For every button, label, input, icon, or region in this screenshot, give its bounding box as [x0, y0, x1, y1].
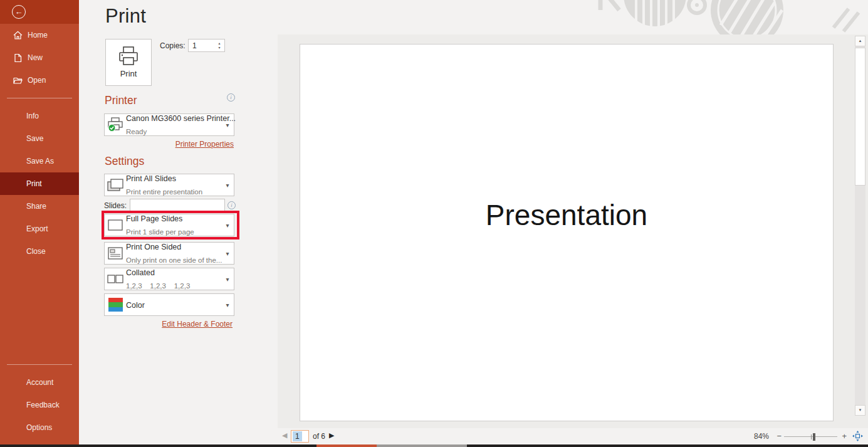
sidebar-spacer — [0, 263, 79, 358]
dropdown-subtitle: Print 1 slide per page — [126, 228, 194, 236]
sidebar-item-feedback[interactable]: Feedback — [0, 394, 79, 416]
page-number-input[interactable]: 1 — [291, 430, 309, 443]
copies-spinner: ▴ ▾ — [214, 39, 224, 51]
sidebar-item-close[interactable]: Close — [0, 240, 79, 263]
sidebar-item-info[interactable]: Info — [0, 105, 79, 127]
print-button[interactable]: Print — [105, 39, 152, 86]
page-title: Print — [105, 5, 146, 28]
edit-header-footer-link[interactable]: Edit Header & Footer — [162, 320, 233, 329]
chevron-down-icon: ▾ — [221, 222, 234, 229]
sidebar-item-open[interactable]: Open — [0, 69, 79, 92]
sidebar-item-label: Save — [26, 134, 43, 143]
sidebar-item-label: Close — [26, 247, 46, 256]
preview-scrollbar[interactable]: ▲ ▼ — [855, 36, 865, 416]
page-total-label: of 6 — [313, 432, 325, 441]
spin-up-icon[interactable]: ▴ — [218, 41, 220, 46]
dropdown-title: Collated — [126, 268, 155, 277]
sidebar-divider — [7, 98, 72, 98]
sidebar-item-home[interactable]: Home — [0, 24, 79, 46]
slides-range-input[interactable] — [130, 199, 225, 213]
chevron-down-icon: ▾ — [221, 182, 234, 189]
sidebar-item-print[interactable]: Print — [0, 172, 79, 195]
backstage-decoration — [589, 0, 868, 36]
slides-label: Slides: — [104, 201, 127, 210]
new-document-icon — [13, 53, 23, 63]
taskbar-gray-segment — [377, 444, 467, 447]
sidebar-item-save-as[interactable]: Save As — [0, 150, 79, 172]
full-page-slides-icon — [107, 219, 124, 231]
copies-stepper[interactable]: 1 ▴ ▾ — [188, 39, 225, 52]
printer-dropdown[interactable]: Canon MG3600 series Printer... Ready ▾ — [104, 113, 234, 136]
sidebar-item-label: Account — [26, 378, 53, 387]
printer-name: Canon MG3600 series Printer... — [126, 114, 236, 123]
copies-label: Copies: — [160, 41, 186, 50]
backstage-sidebar: ← Home New Open Info Save Save — [0, 0, 79, 447]
collation-dropdown[interactable]: Collated 1,2,3 1,2,3 1,2,3 ▾ — [104, 268, 234, 290]
sidebar-item-label: Print — [26, 179, 42, 188]
sidebar-item-label: Info — [26, 112, 39, 120]
sidebar-item-account[interactable]: Account — [0, 371, 79, 394]
home-icon — [13, 31, 23, 40]
print-button-label: Print — [120, 69, 137, 78]
collated-icon — [107, 273, 124, 285]
color-mode-dropdown[interactable]: Color ▾ — [104, 293, 234, 316]
spin-down-icon[interactable]: ▾ — [218, 46, 220, 50]
sidebar-item-label: Home — [28, 31, 48, 39]
printer-status: Ready — [126, 128, 147, 135]
dropdown-subtitle: Print entire presentation — [126, 188, 202, 196]
print-layout-dropdown[interactable]: Full Page Slides Print 1 slide per page … — [104, 214, 234, 236]
printer-device-icon — [107, 117, 124, 132]
dropdown-subtitle: 1,2,3 1,2,3 1,2,3 — [126, 282, 190, 290]
back-arrow-icon: ← — [15, 7, 23, 16]
copies-value: 1 — [189, 39, 214, 51]
previous-page-icon[interactable]: ◀ — [282, 431, 287, 439]
sidebar-top-band: ← — [0, 0, 79, 24]
zoom-to-fit-icon[interactable] — [852, 431, 863, 441]
color-swatch-icon — [108, 298, 123, 312]
print-sides-dropdown[interactable]: Print One Sided Only print on one side o… — [104, 242, 234, 265]
printer-properties-link[interactable]: Printer Properties — [175, 140, 234, 149]
scrollbar-thumb[interactable] — [855, 48, 865, 186]
dropdown-title: Print All Slides — [126, 174, 176, 183]
zoom-in-button[interactable]: + — [842, 431, 847, 441]
zoom-out-button[interactable]: − — [776, 431, 782, 441]
slide-title-text: Presentation — [300, 198, 833, 232]
dropdown-title: Color — [126, 301, 145, 310]
slide-preview: Presentation — [300, 44, 834, 421]
sidebar-item-label: Save As — [26, 157, 54, 166]
zoom-level-label: 84% — [754, 432, 769, 441]
chevron-down-icon: ▾ — [221, 250, 234, 257]
print-all-slides-icon — [107, 178, 124, 192]
dropdown-title: Print One Sided — [126, 243, 181, 251]
chevron-down-icon: ▾ — [221, 122, 234, 129]
sidebar-item-save[interactable]: Save — [0, 127, 79, 150]
chevron-down-icon: ▾ — [221, 276, 234, 283]
preview-status-bar: ◀ 1 of 6 ▶ 84% − + — [278, 428, 868, 444]
print-one-sided-icon — [107, 246, 124, 260]
next-page-icon[interactable]: ▶ — [329, 431, 334, 439]
sidebar-item-label: Share — [26, 202, 46, 211]
sidebar-item-label: Open — [28, 76, 46, 85]
scroll-down-icon[interactable]: ▼ — [855, 405, 865, 416]
chevron-down-icon: ▾ — [221, 302, 234, 308]
taskbar-accent-segment — [316, 444, 377, 447]
sidebar-item-label: Export — [26, 224, 48, 233]
dropdown-subtitle: Only print on one side of the... — [126, 256, 222, 264]
open-folder-icon — [13, 76, 23, 85]
printer-info-icon[interactable]: i — [227, 93, 235, 102]
sidebar-divider — [7, 364, 72, 365]
zoom-slider-thumb[interactable] — [813, 433, 815, 441]
slides-info-icon[interactable]: i — [227, 201, 236, 209]
page-number-value: 1 — [293, 431, 302, 441]
taskbar-edge — [0, 444, 868, 447]
sidebar-item-options[interactable]: Options — [0, 416, 79, 439]
sidebar-item-label: New — [28, 53, 43, 62]
zoom-slider-center-tick — [811, 434, 812, 439]
print-range-dropdown[interactable]: Print All Slides Print entire presentati… — [104, 174, 234, 196]
scroll-up-icon[interactable]: ▲ — [855, 36, 865, 46]
sidebar-item-new[interactable]: New — [0, 46, 79, 69]
sidebar-item-share[interactable]: Share — [0, 195, 79, 218]
back-button[interactable]: ← — [12, 5, 26, 19]
sidebar-item-label: Options — [26, 423, 52, 432]
sidebar-item-export[interactable]: Export — [0, 218, 79, 240]
